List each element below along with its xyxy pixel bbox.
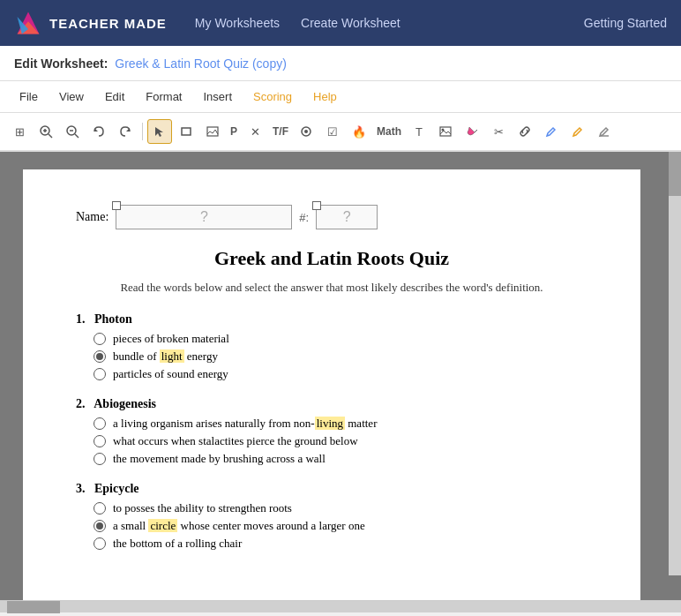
- edit-worksheet-bar: Edit Worksheet: Greek & Latin Root Quiz …: [0, 46, 681, 81]
- q3-radio-2[interactable]: [94, 520, 106, 532]
- toolbar-math-btn[interactable]: Math: [373, 119, 405, 144]
- svg-rect-12: [182, 128, 191, 135]
- svg-rect-16: [440, 127, 451, 136]
- question-2-header: 2. Abiogenesis: [76, 397, 587, 411]
- toolbar-text-btn[interactable]: T: [407, 119, 431, 144]
- q2-radio-1[interactable]: [94, 417, 106, 430]
- toolbar-eraser-btn[interactable]: [592, 119, 617, 144]
- q2-radio-2[interactable]: [94, 435, 106, 447]
- question-2: 2. Abiogenesis a living organism arises …: [76, 397, 587, 466]
- name-row: Name: ? #: ?: [76, 205, 587, 229]
- worksheet-instructions: Read the words below and select the answ…: [76, 281, 587, 295]
- name-field[interactable]: ?: [116, 205, 292, 229]
- q1-radio-1[interactable]: [94, 333, 106, 345]
- svg-line-18: [475, 130, 477, 132]
- toolbar-image2-btn[interactable]: [433, 119, 458, 144]
- toolbar-cursor-btn[interactable]: [147, 119, 172, 144]
- field-corner-icon: [112, 201, 121, 210]
- pencil-icon: [572, 125, 584, 138]
- name-field-icon: ?: [200, 209, 208, 225]
- toolbar-pen-btn[interactable]: [539, 119, 564, 144]
- create-worksheet-nav[interactable]: Create Worksheet: [301, 16, 400, 30]
- q1-option-2: bundle of light energy: [94, 349, 587, 364]
- toolbar-check-btn[interactable]: ☑: [320, 119, 345, 144]
- top-navbar: TEACHER MAdE My Worksheets Create Worksh…: [0, 0, 681, 46]
- toolbar-fire-btn[interactable]: 🔥: [347, 119, 371, 144]
- worksheet-page: Name: ? #: ? Greek and Latin Roots Quiz …: [23, 169, 640, 600]
- edit-label: Edit Worksheet:: [14, 56, 108, 71]
- svg-point-15: [304, 130, 308, 133]
- logo-area: TEACHER MAdE: [14, 9, 167, 37]
- toolbar-fill-btn[interactable]: [460, 119, 484, 144]
- menu-help[interactable]: Help: [304, 86, 346, 107]
- toolbar-trim-btn[interactable]: ✂: [486, 119, 511, 144]
- toolbar-zoom-in-btn[interactable]: [34, 119, 58, 144]
- image-insert-icon: [206, 125, 219, 138]
- q3-radio-1[interactable]: [94, 502, 106, 515]
- scrollbar-thumb[interactable]: [669, 152, 681, 196]
- q3-option-1: to posses the ability to strengthen root…: [94, 501, 587, 515]
- q1-option-1: pieces of broken material: [94, 332, 587, 346]
- toolbar-p-btn[interactable]: P: [227, 119, 241, 144]
- toolbar-zoom-out-btn[interactable]: [60, 119, 85, 144]
- q3-radio-3[interactable]: [94, 537, 106, 550]
- q3-option-2: a small circle whose center moves around…: [94, 519, 587, 533]
- menu-edit[interactable]: Edit: [96, 86, 133, 107]
- worksheet-title-text: Greek and Latin Roots Quiz: [76, 247, 587, 270]
- name-label: Name:: [76, 210, 109, 224]
- question-1-options: pieces of broken material bundle of ligh…: [76, 332, 587, 381]
- pen-icon: [545, 125, 558, 138]
- toolbar-rect-btn[interactable]: [174, 119, 198, 144]
- zoom-out-icon: [65, 124, 79, 139]
- menu-view[interactable]: View: [50, 86, 93, 107]
- menu-insert[interactable]: Insert: [194, 86, 241, 107]
- scrollbar-right[interactable]: [669, 152, 681, 575]
- link-icon: [519, 125, 531, 138]
- question-3: 3. Epicycle to posses the ability to str…: [76, 482, 587, 551]
- question-1-header: 1. Photon: [76, 312, 587, 327]
- getting-started-nav[interactable]: Getting Started: [584, 16, 667, 30]
- svg-line-8: [75, 134, 79, 138]
- logo-icon: [14, 9, 42, 37]
- q2-option-1: a living organism arises naturally from …: [94, 417, 587, 431]
- redo-icon: [118, 124, 132, 139]
- h-scrollbar-thumb[interactable]: [7, 601, 60, 613]
- toolbar-tf-btn[interactable]: T/F: [269, 119, 292, 144]
- toolbar-image-btn[interactable]: [200, 119, 225, 144]
- question-3-header: 3. Epicycle: [76, 482, 587, 496]
- q1-radio-3[interactable]: [94, 368, 106, 380]
- menu-format[interactable]: Format: [137, 86, 191, 107]
- toolbar-cross-btn[interactable]: ✕: [243, 119, 267, 144]
- toolbar-pencil-btn[interactable]: [565, 119, 590, 144]
- worksheet-title: Greek & Latin Root Quiz (copy): [115, 56, 287, 71]
- q2-option-2: what occurs when stalactites pierce the …: [94, 434, 587, 448]
- toolbar-redo-btn[interactable]: [113, 119, 138, 144]
- fill-icon: [466, 125, 478, 138]
- toolbar-undo-btn[interactable]: [86, 119, 111, 144]
- cursor-icon: [153, 125, 166, 138]
- toolbar-link-btn[interactable]: [513, 119, 537, 144]
- bottom-scrollbar[interactable]: [0, 600, 681, 612]
- logo-text: TEACHER MAdE: [49, 16, 167, 31]
- number-field[interactable]: ?: [316, 205, 378, 229]
- eraser-icon: [598, 125, 610, 138]
- q3-opt2-text: a small circle whose center moves around…: [113, 519, 365, 533]
- toolbar-circle-btn[interactable]: [294, 119, 318, 144]
- menu-file[interactable]: File: [11, 86, 47, 107]
- menu-scoring[interactable]: Scoring: [244, 86, 301, 107]
- toolbar-display-btn[interactable]: ⊞: [7, 119, 32, 144]
- toolbar: ⊞: [0, 113, 681, 152]
- zoom-in-icon: [39, 124, 53, 139]
- undo-icon: [92, 124, 106, 139]
- q2-radio-3[interactable]: [94, 453, 106, 465]
- svg-line-4: [49, 134, 52, 138]
- question-3-options: to posses the ability to strengthen root…: [76, 501, 587, 551]
- hash-label: #:: [299, 211, 309, 224]
- q1-radio-2[interactable]: [94, 350, 106, 363]
- q1-opt2-text: bundle of light energy: [113, 349, 218, 364]
- question-1: 1. Photon pieces of broken material bund…: [76, 312, 587, 381]
- my-worksheets-nav[interactable]: My Worksheets: [195, 16, 280, 30]
- q1-option-3: particles of sound energy: [94, 367, 587, 381]
- q2-option-3: the movement made by brushing across a w…: [94, 452, 587, 466]
- q2-opt1-text: a living organism arises naturally from …: [113, 417, 377, 431]
